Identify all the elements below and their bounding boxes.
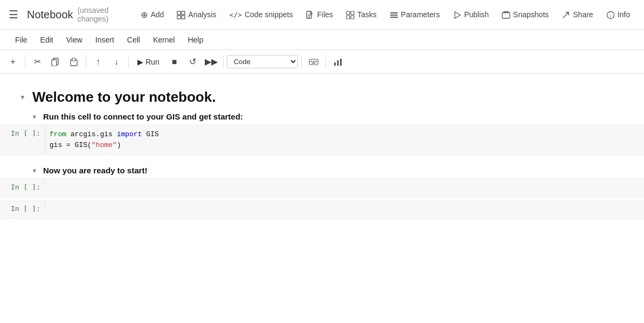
run-icon: ▶ [137,58,143,66]
svg-rect-29 [311,62,315,64]
svg-rect-22 [52,60,57,66]
svg-rect-8 [347,11,350,15]
nav-code-snippets[interactable]: </> Code snippets [224,7,298,22]
nav-info-label: Info [618,10,630,19]
svg-rect-12 [390,12,398,13]
add-cell-button[interactable]: + [4,53,22,71]
separator-2 [86,55,86,68]
svg-rect-10 [347,16,350,19]
collapse-arrow-1[interactable]: ▼ [17,92,28,103]
code-cell-2: In [ ]: [0,178,644,198]
restart-button[interactable]: ↺ [184,53,202,71]
menu-view[interactable]: View [60,33,89,46]
nav-tasks-label: Tasks [357,10,377,19]
unsaved-label: (unsaved changes) [78,6,136,23]
menu-file[interactable]: File [9,33,34,46]
code-area-2[interactable] [45,179,644,187]
files-icon [306,10,314,19]
run-button[interactable]: ▶ Run [132,55,165,68]
svg-text:i: i [610,13,611,18]
svg-marker-15 [455,12,460,18]
hamburger-menu[interactable]: ☰ [9,8,18,21]
code-line-2: gis = GIS("home") [50,140,640,151]
nav-analysis-label: Analysis [188,10,216,19]
subheading-text-2: Now you are ready to start! [43,166,147,175]
analysis-icon [177,10,185,19]
nav-files-label: Files [317,10,333,19]
heading-cell-1: ▼ Welcome to your notebook. [0,85,644,110]
code-area-1[interactable]: from arcgis.gis import GIS gis = GIS("ho… [45,125,644,155]
cell-type-select[interactable]: Code Markdown Raw NBConvert [227,55,298,68]
code-cell-1: In [ ]: from arcgis.gis import GIS gis =… [0,124,644,155]
code-snippets-icon: </> [229,11,241,19]
menu-help[interactable]: Help [181,33,210,46]
svg-rect-32 [340,59,342,66]
keyboard-shortcuts-button[interactable] [305,53,322,71]
copy-button[interactable] [47,53,64,71]
keyword-from: from [50,130,66,138]
svg-rect-30 [334,62,336,66]
subheading-cell-2: ▼ Now you are ready to start! [0,164,644,177]
code-line-1: from arcgis.gis import GIS [50,129,640,140]
nav-parameters-label: Parameters [401,10,440,19]
code-cell-3-label: In [ ]: [0,200,45,217]
menu-kernel[interactable]: Kernel [147,33,181,46]
heading-text-1: Welcome to your notebook. [32,89,216,106]
code-cell-1-label: In [ ]: [0,125,45,142]
nav-info[interactable]: i Info [601,6,635,23]
tasks-icon [346,10,355,19]
nav-tasks[interactable]: Tasks [341,6,382,23]
svg-rect-1 [182,11,185,15]
publish-icon [453,10,461,19]
separator-4 [223,55,224,68]
nav-items: ⊕ Add Analysis </> Code snippets [135,6,635,23]
parameters-icon [390,10,398,19]
svg-rect-27 [313,61,314,62]
fast-forward-button[interactable]: ▶▶ [203,53,220,71]
nav-files[interactable]: Files [300,6,338,23]
app-title: Notebook [27,9,73,21]
nav-snapshots-label: Snapshots [513,10,549,19]
sub-collapse-arrow-2[interactable]: ▼ [30,166,39,175]
menu-insert[interactable]: Insert [89,33,121,46]
stop-button[interactable]: ■ [166,53,183,71]
separator-3 [128,55,129,68]
run-label: Run [146,58,160,66]
nav-snapshots[interactable]: Snapshots [496,6,554,23]
separator-1 [25,55,25,68]
share-icon [562,10,570,19]
svg-rect-11 [351,16,354,19]
cut-button[interactable]: ✂ [29,53,46,71]
svg-rect-26 [310,61,312,62]
subheading-cell-1: ▼ Run this cell to connect to your GIS a… [0,110,644,123]
move-down-button[interactable]: ↓ [108,53,125,71]
nav-publish[interactable]: Publish [447,6,494,23]
svg-rect-16 [502,12,510,18]
menu-cell[interactable]: Cell [121,33,147,46]
add-icon: ⊕ [141,10,148,20]
code-cell-2-label: In [ ]: [0,179,45,195]
nav-analysis[interactable]: Analysis [171,6,221,23]
menu-edit[interactable]: Edit [34,33,60,46]
nav-parameters[interactable]: Parameters [384,6,445,23]
info-icon: i [606,10,615,19]
move-up-button[interactable]: ↑ [89,53,107,71]
toolbar: + ✂ ↑ ↓ ▶ Run ■ ↺ ▶▶ Code Markdown Raw N… [0,50,644,74]
nav-add[interactable]: ⊕ Add [135,6,169,23]
top-bar: ☰ Notebook (unsaved changes) ⊕ Add Analy… [0,0,644,30]
svg-rect-24 [72,58,75,61]
code-area-3[interactable] [45,200,644,209]
nav-code-snippets-label: Code snippets [245,10,293,19]
svg-rect-3 [182,16,185,19]
menu-bar: File Edit View Insert Cell Kernel Help [0,30,644,50]
chart-button[interactable] [329,53,347,71]
paste-button[interactable] [65,53,82,71]
nav-share[interactable]: Share [556,6,598,23]
separator-5 [301,55,302,68]
nav-publish-label: Publish [464,10,489,19]
nav-share-label: Share [573,10,593,19]
svg-rect-28 [315,61,317,62]
snapshots-icon [502,10,510,19]
svg-rect-13 [390,15,398,16]
sub-collapse-arrow-1[interactable]: ▼ [30,113,39,121]
